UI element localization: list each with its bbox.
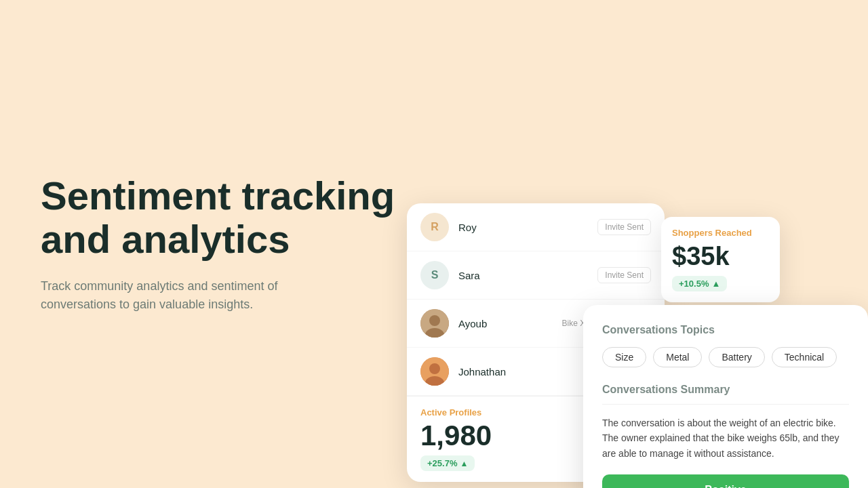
topic-chip-size[interactable]: Size [602,347,646,367]
profile-name: Johnathan [458,366,604,378]
avatar [420,309,449,338]
invite-badge: Invite Sent [597,267,651,283]
growth-badge: +25.7% ▲ [420,455,475,471]
topics-row: Size Metal Battery Technical [602,347,849,367]
topic-chip-battery[interactable]: Battery [709,347,764,367]
avatar: R [420,213,449,241]
topics-label: Conversations Topics [602,324,849,336]
svg-point-1 [429,315,440,326]
shoppers-growth-value: +10.5% [679,279,709,289]
shoppers-label: Shoppers Reached [672,228,769,238]
summary-label: Conversations Summary [602,384,849,396]
analytics-card: Conversations Topics Size Metal Battery … [583,305,868,488]
profile-name: Ayoub [458,318,553,329]
table-row: R Roy Invite Sent [407,203,665,251]
summary-text: The conversation is about the weight of … [602,415,849,461]
growth-value: +25.7% [427,458,457,468]
shoppers-growth-badge: +10.5% ▲ [672,276,727,291]
svg-point-4 [429,363,440,374]
left-section: Sentiment tracking and analytics Track c… [41,174,395,314]
shoppers-value: $35k [672,243,769,269]
avatar: S [420,261,449,289]
shoppers-arrow-icon: ▲ [711,279,720,289]
sub-text: Track community analytics and sentiment … [41,277,312,314]
avatar [420,357,449,386]
profile-name: Sara [458,270,588,281]
table-row: S Sara Invite Sent [407,251,665,300]
topic-chip-technical[interactable]: Technical [772,347,837,367]
positive-button[interactable]: Positive [602,474,849,488]
topic-chip-metal[interactable]: Metal [653,347,702,367]
main-heading: Sentiment tracking and analytics [41,174,395,261]
invite-badge: Invite Sent [597,219,651,235]
arrow-up-icon: ▲ [460,459,468,468]
summary-divider [602,404,849,405]
shoppers-card: Shoppers Reached $35k +10.5% ▲ [661,217,780,302]
profile-name: Roy [458,222,588,233]
